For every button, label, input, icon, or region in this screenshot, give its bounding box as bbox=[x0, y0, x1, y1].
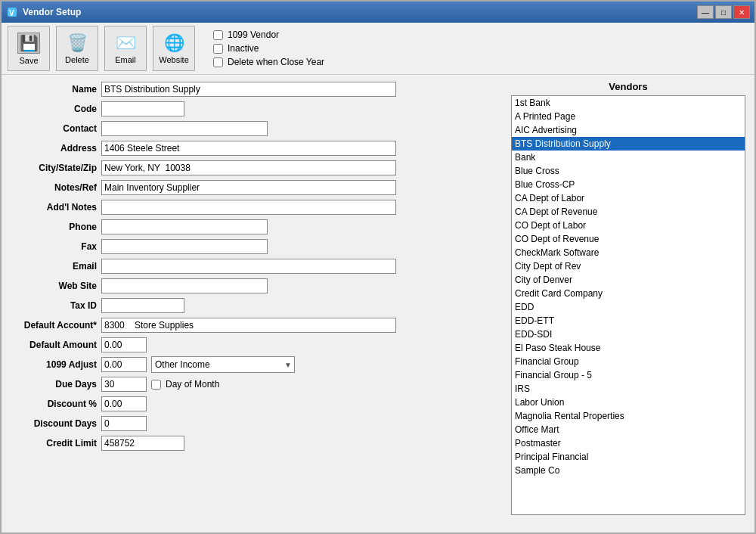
tax-id-label: Tax ID bbox=[11, 300, 101, 311]
vendor-list-item[interactable]: CheckMark Software bbox=[512, 246, 745, 259]
save-icon: 💾 bbox=[17, 33, 40, 54]
vendor-list-item[interactable]: El Paso Steak House bbox=[512, 341, 745, 355]
email-icon: ✉️ bbox=[116, 33, 136, 53]
discount-days-row: Discount Days bbox=[11, 415, 499, 432]
vendor-list-item[interactable]: City of Denver bbox=[512, 273, 745, 287]
inactive-checkbox[interactable] bbox=[213, 44, 223, 54]
due-days-complex: Day of Month bbox=[101, 377, 219, 392]
vendor-list-item[interactable]: AIC Advertising bbox=[512, 123, 745, 137]
day-of-month-checkbox[interactable] bbox=[151, 380, 161, 390]
contact-input[interactable] bbox=[101, 121, 268, 136]
email-field-label: Email bbox=[11, 261, 101, 272]
checkbox-group: 1099 Vendor Inactive Delete when Close Y… bbox=[213, 29, 324, 67]
discount-days-input[interactable] bbox=[101, 416, 147, 431]
credit-limit-input[interactable] bbox=[101, 436, 184, 451]
vendor-1099-checkbox[interactable] bbox=[213, 30, 223, 40]
vendor-list-item[interactable]: Financial Group bbox=[512, 355, 745, 368]
tax-id-input[interactable] bbox=[101, 298, 184, 313]
adjust-1099-dropdown[interactable]: Other IncomeRentsRoyaltiesPrizesFishing … bbox=[151, 356, 295, 373]
discount-pct-label: Discount % bbox=[11, 399, 101, 409]
web-site-input[interactable] bbox=[101, 278, 268, 293]
vendor-list-item[interactable]: Postmaster bbox=[512, 436, 745, 450]
delete-label: Delete bbox=[65, 55, 89, 64]
vendor-list-item[interactable]: BTS Distribution Supply bbox=[512, 137, 745, 151]
credit-limit-row: Credit Limit bbox=[11, 435, 499, 452]
vendors-list[interactable]: 1st BankA Printed PageAIC AdvertisingBTS… bbox=[511, 95, 745, 515]
phone-input[interactable] bbox=[101, 219, 268, 234]
delete-button[interactable]: 🗑️ Delete bbox=[56, 26, 98, 71]
due-days-input[interactable] bbox=[101, 377, 147, 392]
minimize-button[interactable]: — bbox=[697, 5, 714, 19]
title-bar: V Vendor Setup — □ ✕ bbox=[2, 2, 754, 23]
form-panel: Name Code Contact Address City/State/Zip bbox=[11, 81, 499, 526]
inactive-label: Inactive bbox=[228, 43, 259, 54]
delete-close-year-checkbox[interactable] bbox=[213, 57, 223, 67]
addl-notes-row: Add'l Notes bbox=[11, 199, 499, 216]
vendor-list-item[interactable]: City Dept of Rev bbox=[512, 259, 745, 273]
vendor-list-item[interactable]: EDD-ETT bbox=[512, 314, 745, 328]
vendor-list-item[interactable]: IRS bbox=[512, 382, 745, 396]
vendor-setup-window: V Vendor Setup — □ ✕ 💾 Save 🗑️ Delete ✉️… bbox=[0, 0, 756, 534]
web-site-label: Web Site bbox=[11, 281, 101, 291]
addl-notes-input[interactable] bbox=[101, 200, 396, 215]
name-input[interactable] bbox=[101, 82, 396, 97]
fax-label: Fax bbox=[11, 241, 101, 252]
discount-days-label: Discount Days bbox=[11, 418, 101, 429]
website-icon: 🌐 bbox=[164, 33, 184, 53]
vendor-list-item[interactable]: Principal Financial bbox=[512, 450, 745, 464]
vendor-list-item[interactable]: A Printed Page bbox=[512, 110, 745, 123]
discount-pct-input[interactable] bbox=[101, 396, 147, 411]
vendor-list-item[interactable]: CO Dept of Revenue bbox=[512, 232, 745, 246]
default-account-row: Default Account* bbox=[11, 317, 499, 334]
close-button[interactable]: ✕ bbox=[733, 5, 750, 19]
fax-input[interactable] bbox=[101, 239, 268, 254]
vendor-list-item[interactable]: EDD-SDI bbox=[512, 328, 745, 341]
vendor-list-item[interactable]: Blue Cross bbox=[512, 164, 745, 178]
notes-ref-label: Notes/Ref bbox=[11, 182, 101, 193]
phone-row: Phone bbox=[11, 219, 499, 235]
website-button[interactable]: 🌐 Website bbox=[153, 26, 195, 71]
vendor-list-item[interactable]: CA Dept of Revenue bbox=[512, 205, 745, 219]
address-input[interactable] bbox=[101, 141, 396, 156]
credit-limit-label: Credit Limit bbox=[11, 438, 101, 449]
city-state-zip-input[interactable] bbox=[101, 160, 396, 175]
email-input[interactable] bbox=[101, 259, 396, 274]
vendor-list-item[interactable]: Blue Cross-CP bbox=[512, 178, 745, 191]
vendor-list-item[interactable]: Financial Group - 5 bbox=[512, 368, 745, 382]
window-controls: — □ ✕ bbox=[697, 5, 750, 19]
vendor-1099-checkbox-row[interactable]: 1099 Vendor bbox=[213, 29, 324, 40]
delete-close-year-checkbox-row[interactable]: Delete when Close Year bbox=[213, 57, 324, 67]
vendors-title: Vendors bbox=[511, 81, 745, 92]
contact-label: Contact bbox=[11, 123, 101, 134]
vendor-list-item[interactable]: Labor Union bbox=[512, 396, 745, 409]
maximize-button[interactable]: □ bbox=[715, 5, 732, 19]
app-icon: V bbox=[6, 6, 18, 18]
inactive-checkbox-row[interactable]: Inactive bbox=[213, 43, 324, 54]
vendors-panel: Vendors 1st BankA Printed PageAIC Advert… bbox=[511, 81, 745, 526]
vendor-list-item[interactable]: Bank bbox=[512, 151, 745, 164]
vendor-list-item[interactable]: Credit Card Company bbox=[512, 287, 745, 300]
default-account-input[interactable] bbox=[101, 318, 396, 333]
day-of-month-row[interactable]: Day of Month bbox=[151, 379, 219, 390]
adjust-1099-input[interactable] bbox=[101, 357, 147, 372]
vendor-list-item[interactable]: 1st Bank bbox=[512, 96, 745, 110]
vendor-list-item[interactable]: Magnolia Rental Properties bbox=[512, 409, 745, 423]
vendor-list-item[interactable]: EDD bbox=[512, 300, 745, 314]
vendor-list-item[interactable]: Sample Co bbox=[512, 464, 745, 477]
adjust-1099-complex: Other IncomeRentsRoyaltiesPrizesFishing … bbox=[101, 356, 295, 373]
email-row: Email bbox=[11, 258, 499, 275]
code-input[interactable] bbox=[101, 101, 184, 116]
adjust-1099-row: 1099 Adjust Other IncomeRentsRoyaltiesPr… bbox=[11, 356, 499, 373]
city-state-zip-label: City/State/Zip bbox=[11, 163, 101, 173]
due-days-row: Due Days Day of Month bbox=[11, 376, 499, 393]
vendor-list-item[interactable]: CA Dept of Labor bbox=[512, 191, 745, 205]
vendor-list-item[interactable]: Office Mart bbox=[512, 423, 745, 436]
save-button[interactable]: 💾 Save bbox=[8, 26, 50, 71]
address-row: Address bbox=[11, 140, 499, 157]
name-label: Name bbox=[11, 84, 101, 95]
vendor-list-item[interactable]: CO Dept of Labor bbox=[512, 219, 745, 232]
notes-ref-input[interactable] bbox=[101, 180, 396, 195]
toolbar: 💾 Save 🗑️ Delete ✉️ Email 🌐 Website 1099… bbox=[2, 23, 754, 75]
email-button[interactable]: ✉️ Email bbox=[104, 26, 147, 71]
default-amount-input[interactable] bbox=[101, 337, 147, 352]
